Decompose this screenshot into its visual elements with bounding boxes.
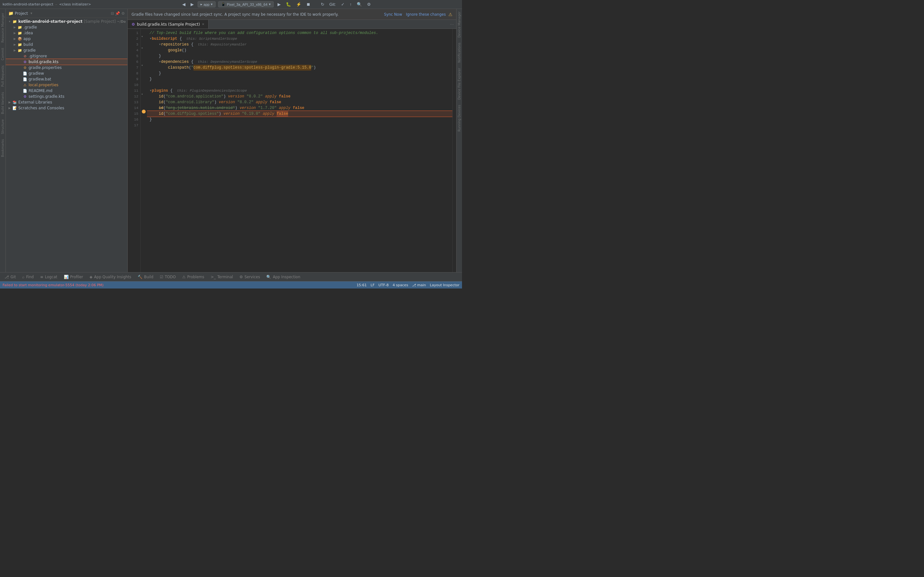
gitignore-icon: ⊘ [23,53,27,59]
fold-arrow-11[interactable]: ▾ [141,92,143,96]
build-gradle-file[interactable]: ▶ ⚙ build.gradle.kts [6,59,128,65]
git-push[interactable]: ↑ [349,1,353,7]
tab-close-button[interactable]: ✕ [202,23,204,26]
run-button[interactable]: ▶ [276,1,282,7]
structure-label[interactable]: Structure [0,117,5,137]
git-branch[interactable]: ⎇ main [412,283,426,287]
code-editor[interactable]: 1 2 3 4 5 6 7 8 9 10 11 12 13 14 15 16 1… [128,29,456,272]
tab-more-button[interactable]: ⋯ [447,22,456,27]
git-tab-icon: ⎇ [5,275,9,279]
indent-setting[interactable]: 4 spaces [393,283,409,287]
code-line-6: ▾dependencies { this: DependencyHandlerS… [147,59,452,65]
attach-button[interactable]: ⚡ [295,1,302,7]
profiler-tab[interactable]: 📊 Profiler [61,272,87,281]
panel-dropdown[interactable]: ▾ [31,11,32,15]
build-folder[interactable]: ▶ 📁 build [6,42,128,47]
notifications-label[interactable]: Notifications [457,40,462,65]
tree-root[interactable]: ▾ 📁 kotlin-android-starter-project [Samp… [6,19,128,24]
root-label: kotlin-android-starter-project [Sample P… [18,19,126,24]
back-button[interactable]: ◀ [181,1,187,7]
forward-button[interactable]: ▶ [189,1,195,7]
device-file-explorer-label[interactable]: Device File Explorer [457,65,462,102]
bottom-panel: ⎇ Git ⌕ Find ≡ Logcat 📊 Profiler ◈ App Q… [0,272,462,282]
commit-label[interactable]: Commit [0,45,5,63]
app-inspection-tab-label: App Inspection [273,275,300,279]
todo-tab[interactable]: ☑ TODO [157,272,179,281]
running-devices-label[interactable]: Running Devices [457,102,462,134]
build-gradle-tab[interactable]: ⚙ build.gradle.kts (Sample Project) ✕ [128,20,208,29]
gitignore-file[interactable]: ▶ ⊘ .gitignore [6,53,128,59]
stop-button[interactable]: ⏹ [305,1,312,7]
code-line-7: classpath("com.diffplug.spotless:spotles… [147,65,452,71]
build-variants-label[interactable]: Build Variants [0,89,5,117]
code-line-8: } [147,71,452,76]
device-dropdown-icon: ▾ [269,2,271,6]
layout-inspector-status[interactable]: Layout Inspector [430,283,459,287]
sync-now-button[interactable]: Sync Now [384,12,402,17]
git-check[interactable]: ✓ [340,1,346,7]
toolbar: ◀ ▶ ▸ app ▾ 📱 Pixel_3a_API_33_x86_64 ▾ ▶… [94,1,459,7]
find-tab[interactable]: ⌕ Find [19,272,37,281]
gradlew-file[interactable]: ▶ 📄 gradlew [6,71,128,76]
pull-requests-label[interactable]: Pull Requests [0,63,5,89]
local-properties-file[interactable]: ▶ ⚠ local.properties [6,82,128,88]
sync-button[interactable]: ↻ [320,1,326,7]
title-bar: kotlin-android-starter-project – <class … [0,0,462,9]
cursor-position[interactable]: 15:61 [357,283,367,287]
settings-panel-icon[interactable]: ⚙ [121,11,125,16]
gradle-props-label: gradle.properties [29,65,61,70]
fold-arrow-6[interactable]: ▾ [141,63,143,67]
local-props-label: local.properties [29,83,58,87]
idea-folder[interactable]: ▶ 📁 .idea [6,30,128,36]
resource-manager-label[interactable]: Resource Manager [0,10,5,45]
device-manager-label[interactable]: Device Manager [457,9,462,40]
build-tab[interactable]: 🔨 Build [134,272,157,281]
scratches-and-consoles[interactable]: ▶ 📝 Scratches and Consoles [6,105,128,111]
bookmarks-label[interactable]: Bookmarks [0,137,5,160]
settings-button[interactable]: ⚙ [366,1,372,7]
gradle-properties-file[interactable]: ▶ ⚙ gradle.properties [6,65,128,71]
ignore-changes-button[interactable]: Ignore these changes [406,12,446,17]
git-tab[interactable]: ⎇ Git [1,272,19,281]
warning-icon: ⚠ [448,12,452,17]
status-bar: Failed to start monitoring emulator-5554… [0,282,462,288]
gradle-hidden-folder[interactable]: ▶ 📁 .gradle [6,24,128,30]
code-line-11: ▾plugins { this: PluginDependenciesSpecS… [147,88,452,93]
app-quality-tab[interactable]: ◈ App Quality Insights [86,272,134,281]
device-selector[interactable]: 📱 Pixel_3a_API_33_x86_64 ▾ [218,1,274,7]
build-gradle-label: build.gradle.kts [29,60,58,64]
debug-button[interactable]: 🐛 [284,1,292,7]
app-inspection-tab[interactable]: 🔍 App Inspection [263,272,304,281]
external-libraries[interactable]: ▶ 📚 External Libraries [6,99,128,105]
gradlew-bat-file[interactable]: ▶ 📄 gradlew.bat [6,76,128,82]
problems-tab[interactable]: ⚠ Problems [179,272,208,281]
tab-icon: ⚙ [132,22,135,27]
run-config-selector[interactable]: ▸ app ▾ [198,1,216,7]
code-line-3: ▾repositories { this: RepositoryHandler [147,42,452,47]
code-line-15: id("com.diffplug.spotless") version "6.1… [147,111,452,117]
gutter-bookmark [142,110,145,113]
settings-gradle-file[interactable]: ▶ ⚙ settings.gradle.kts [6,93,128,99]
scroll-bar[interactable] [452,29,456,272]
collapse-all-icon[interactable]: ⊟ [111,11,114,16]
fold-arrow-3[interactable]: ▾ [141,46,143,50]
app-folder[interactable]: ▶ 📦 app [6,36,128,42]
gradlew-bat-label: gradlew.bat [29,77,51,81]
readme-file[interactable]: ▶ 📄 README.md [6,88,128,93]
code-content[interactable]: // Top-level build file where you can ad… [147,29,452,272]
find-tab-icon: ⌕ [22,275,24,279]
pin-icon[interactable]: 📌 [115,11,120,16]
fold-arrow-2[interactable]: ▾ [141,35,143,39]
search-everywhere[interactable]: 🔍 [355,1,363,7]
scratches-icon: 📝 [12,105,17,111]
charset[interactable]: UTF-8 [379,283,389,287]
code-line-2: ▾buildscript { this: ScriptHandlerScope [147,36,452,42]
code-line-17 [147,122,452,128]
gradle-folder[interactable]: ▶ 📁 gradle [6,47,128,53]
services-tab[interactable]: ⚙ Services [236,272,263,281]
git-label[interactable]: Git: [328,1,337,7]
terminal-tab[interactable]: >_ Terminal [207,272,236,281]
logcat-tab[interactable]: ≡ Logcat [37,272,60,281]
code-line-5: } [147,53,452,59]
line-ending[interactable]: LF [371,283,375,287]
